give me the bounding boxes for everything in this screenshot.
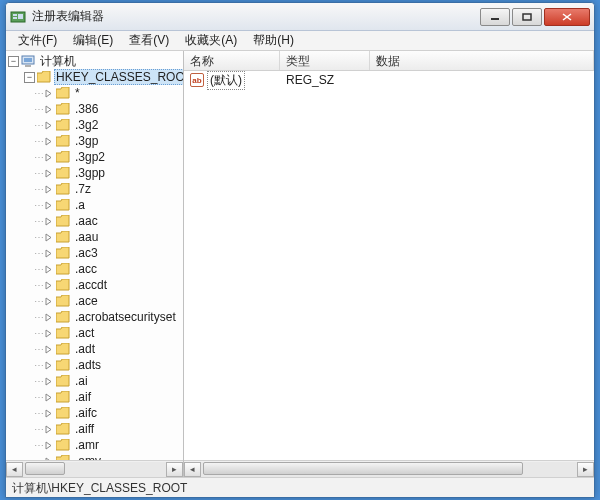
expand-icon[interactable] xyxy=(43,312,54,323)
expand-icon[interactable] xyxy=(43,296,54,307)
tree-key[interactable]: ⋯.accdt xyxy=(6,277,183,293)
list-header: 名称 类型 数据 xyxy=(184,51,594,71)
tree-key[interactable]: ⋯.acc xyxy=(6,261,183,277)
expand-icon[interactable] xyxy=(43,152,54,163)
expand-icon[interactable] xyxy=(43,440,54,451)
folder-icon xyxy=(56,407,70,419)
tree-connector: ⋯ xyxy=(34,424,43,435)
menu-edit[interactable]: 编辑(E) xyxy=(65,30,121,51)
menu-help[interactable]: 帮助(H) xyxy=(245,30,302,51)
expand-icon[interactable] xyxy=(43,120,54,131)
scroll-left-icon[interactable]: ◂ xyxy=(6,462,23,477)
tree-key[interactable]: ⋯.3gp xyxy=(6,133,183,149)
expand-icon[interactable] xyxy=(43,328,54,339)
scroll-right-icon[interactable]: ▸ xyxy=(166,462,183,477)
tree-connector: ⋯ xyxy=(34,216,43,227)
folder-icon xyxy=(56,263,70,275)
expand-icon[interactable] xyxy=(43,216,54,227)
tree-label: .386 xyxy=(73,102,100,116)
list-hscrollbar[interactable]: ◂ ▸ xyxy=(184,460,594,477)
tree-connector: ⋯ xyxy=(34,136,43,147)
tree-connector: ⋯ xyxy=(34,120,43,131)
tree-key[interactable]: ⋯.7z xyxy=(6,181,183,197)
collapse-icon[interactable]: − xyxy=(8,56,19,67)
tree-key[interactable]: ⋯* xyxy=(6,85,183,101)
scroll-left-icon[interactable]: ◂ xyxy=(184,462,201,477)
tree-key[interactable]: ⋯.aif xyxy=(6,389,183,405)
collapse-icon[interactable]: − xyxy=(24,72,35,83)
tree-label: .ac3 xyxy=(73,246,100,260)
tree-key[interactable]: ⋯.aac xyxy=(6,213,183,229)
expand-icon[interactable] xyxy=(43,136,54,147)
column-data[interactable]: 数据 xyxy=(370,51,594,70)
expand-icon[interactable] xyxy=(43,280,54,291)
tree-key[interactable]: ⋯.a xyxy=(6,197,183,213)
expand-icon[interactable] xyxy=(43,264,54,275)
tree-label: .acrobatsecurityset xyxy=(73,310,178,324)
svg-rect-9 xyxy=(24,58,32,62)
svg-rect-10 xyxy=(25,65,31,67)
expand-icon[interactable] xyxy=(43,184,54,195)
computer-icon xyxy=(21,54,35,68)
expand-icon[interactable] xyxy=(43,408,54,419)
tree-connector: ⋯ xyxy=(34,328,43,339)
tree-key[interactable]: ⋯.act xyxy=(6,325,183,341)
tree-key[interactable]: ⋯.ac3 xyxy=(6,245,183,261)
expand-icon[interactable] xyxy=(43,168,54,179)
menu-file[interactable]: 文件(F) xyxy=(10,30,65,51)
tree-key[interactable]: ⋯.amv xyxy=(6,453,183,460)
tree-view[interactable]: − 计算机 − HKEY_CLASSES_ROOT ⋯*⋯.386⋯.3g2⋯.… xyxy=(6,51,183,460)
minimize-button[interactable] xyxy=(480,8,510,26)
folder-icon xyxy=(56,231,70,243)
tree-key[interactable]: ⋯.ace xyxy=(6,293,183,309)
close-button[interactable] xyxy=(544,8,590,26)
tree-connector: ⋯ xyxy=(34,88,43,99)
tree-connector: ⋯ xyxy=(34,344,43,355)
expand-icon[interactable] xyxy=(43,376,54,387)
expand-icon[interactable] xyxy=(43,104,54,115)
tree-root-computer[interactable]: − 计算机 xyxy=(6,53,183,69)
tree-key[interactable]: ⋯.adt xyxy=(6,341,183,357)
maximize-button[interactable] xyxy=(512,8,542,26)
column-name[interactable]: 名称 xyxy=(184,51,280,70)
expand-icon[interactable] xyxy=(43,200,54,211)
menu-view[interactable]: 查看(V) xyxy=(121,30,177,51)
tree-key[interactable]: ⋯.3gpp xyxy=(6,165,183,181)
expand-icon[interactable] xyxy=(43,232,54,243)
scroll-right-icon[interactable]: ▸ xyxy=(577,462,594,477)
expand-icon[interactable] xyxy=(43,344,54,355)
window-title: 注册表编辑器 xyxy=(32,8,480,25)
scroll-thumb[interactable] xyxy=(25,462,65,475)
tree-label: .ace xyxy=(73,294,100,308)
expand-icon[interactable] xyxy=(43,392,54,403)
scroll-track[interactable] xyxy=(23,462,166,477)
expand-icon[interactable] xyxy=(43,424,54,435)
tree-key[interactable]: ⋯.386 xyxy=(6,101,183,117)
tree-key[interactable]: ⋯.aifc xyxy=(6,405,183,421)
scroll-thumb[interactable] xyxy=(203,462,523,475)
list-item[interactable]: ab (默认) REG_SZ xyxy=(184,71,594,89)
expand-icon[interactable] xyxy=(43,360,54,371)
tree-key[interactable]: ⋯.acrobatsecurityset xyxy=(6,309,183,325)
tree-key[interactable]: ⋯.ai xyxy=(6,373,183,389)
tree-key[interactable]: ⋯.aau xyxy=(6,229,183,245)
list-body[interactable]: ab (默认) REG_SZ xyxy=(184,71,594,460)
tree-key[interactable]: ⋯.adts xyxy=(6,357,183,373)
expand-icon[interactable] xyxy=(43,88,54,99)
folder-icon xyxy=(56,215,70,227)
menu-favorites[interactable]: 收藏夹(A) xyxy=(177,30,245,51)
tree-key[interactable]: ⋯.3g2 xyxy=(6,117,183,133)
tree-hscrollbar[interactable]: ◂ ▸ xyxy=(6,460,183,477)
folder-icon xyxy=(56,423,70,435)
folder-icon xyxy=(56,311,70,323)
tree-key[interactable]: ⋯.amr xyxy=(6,437,183,453)
cell-data xyxy=(370,79,594,81)
scroll-track[interactable] xyxy=(201,462,577,477)
tree-hive-hkcr[interactable]: − HKEY_CLASSES_ROOT xyxy=(6,69,183,85)
tree-key[interactable]: ⋯.aiff xyxy=(6,421,183,437)
registry-editor-window: 注册表编辑器 文件(F) 编辑(E) 查看(V) 收藏夹(A) 帮助(H) − … xyxy=(5,2,595,498)
titlebar[interactable]: 注册表编辑器 xyxy=(6,3,594,31)
column-type[interactable]: 类型 xyxy=(280,51,370,70)
expand-icon[interactable] xyxy=(43,248,54,259)
tree-key[interactable]: ⋯.3gp2 xyxy=(6,149,183,165)
